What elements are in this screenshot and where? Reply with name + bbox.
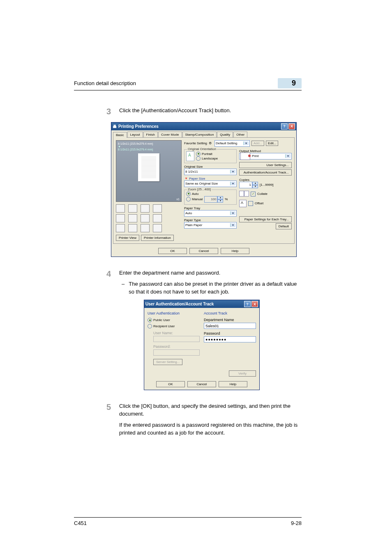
tab-finish[interactable]: Finish	[143, 132, 158, 137]
preview-icon-2[interactable]	[128, 204, 137, 213]
authentication-account-track-button[interactable]: Authentication/Account Track...	[239, 169, 292, 176]
orientation-icon	[186, 151, 194, 161]
verify-button[interactable]: Verify	[229, 370, 256, 377]
portrait-radio[interactable]: Portrait	[196, 152, 218, 156]
step5-p2: If the entered password is a password re…	[119, 421, 302, 437]
tab-other[interactable]: Other	[233, 132, 247, 137]
close-icon[interactable]: X	[288, 123, 295, 130]
server-setting-button[interactable]: Server Setting...	[153, 359, 182, 365]
landscape-radio[interactable]: Landscape	[196, 156, 218, 161]
footer-page: 9-28	[291, 520, 302, 526]
output-method-dropdown[interactable]: Print▾	[239, 153, 292, 160]
zoom-manual-radio[interactable]: Manual	[186, 197, 203, 201]
user-auth-heading: User Authentication	[148, 311, 200, 315]
favorite-dropdown[interactable]: Default Setting▾	[214, 140, 250, 147]
tab-stamp[interactable]: Stamp/Composition	[182, 132, 217, 137]
footer-model: C451	[74, 520, 87, 526]
step-number-5: 5	[74, 402, 119, 440]
tab-layout[interactable]: Layout	[127, 132, 143, 137]
preview-icon-8[interactable]	[153, 214, 162, 222]
orientation-group: Original Orientation	[187, 147, 217, 151]
preview-icon-4[interactable]	[153, 204, 162, 213]
offset-icon	[239, 200, 247, 207]
close-icon[interactable]: X	[251, 301, 258, 307]
cancel-button[interactable]: Cancel	[187, 381, 216, 387]
step4-bullet: The password can also be preset in the p…	[129, 280, 302, 296]
step5-p1: Click the [OK] button, and specify the d…	[119, 402, 302, 418]
preview-icon-6[interactable]	[128, 214, 137, 222]
printer-icon: 🖶	[113, 124, 117, 129]
tab-cover-mode[interactable]: Cover Mode	[158, 132, 182, 137]
collate-icon	[239, 191, 249, 197]
help-button[interactable]: Help	[221, 248, 249, 254]
chapter-number-badge: 9	[278, 78, 302, 88]
offset-checkbox[interactable]	[248, 201, 253, 206]
user-name-label: User Name:	[153, 331, 200, 335]
bullet-dash: –	[122, 280, 125, 296]
preview-icon-1[interactable]	[116, 204, 125, 213]
original-size-dropdown[interactable]: 8 1/2x11▾	[184, 169, 237, 175]
help-icon[interactable]: ?	[244, 301, 251, 307]
recipient-user-radio[interactable]: Recipient User	[148, 324, 200, 328]
preview-icon-11[interactable]	[141, 224, 150, 232]
user-auth-account-track-dialog: User Authentication/Account Track ? X Us…	[144, 300, 260, 390]
at-password-input[interactable]	[204, 336, 256, 342]
paper-type-label: Paper Type	[184, 218, 237, 222]
add-button[interactable]: Add...	[251, 141, 264, 146]
preview-icon-10[interactable]	[128, 224, 137, 232]
copies-spinner[interactable]: ▴▾	[239, 182, 258, 188]
ok-button[interactable]: OK	[158, 248, 187, 254]
help-button[interactable]: Help	[219, 381, 247, 387]
paper-size-label: 🔻 Paper Size	[184, 177, 237, 180]
user-name-input	[153, 336, 200, 342]
page-preview: 8 1/2x11 (215.9x279.4 mm) ▼ 8 1/2x11 (21…	[116, 140, 182, 202]
paper-settings-each-tray-button[interactable]: Paper Settings for Each Tray...	[239, 216, 292, 222]
paper-tray-dropdown[interactable]: Auto▾	[184, 210, 237, 217]
account-track-heading: Account Track	[204, 311, 256, 315]
zoom-spinner[interactable]: ▴▾	[204, 196, 223, 203]
original-size-label: Original Size	[184, 165, 237, 169]
dlg1-title: Printing Preferences	[118, 124, 159, 129]
tab-quality[interactable]: Quality	[217, 132, 233, 137]
user-settings-button[interactable]: User Settings...	[239, 162, 292, 168]
paper-tray-label: Paper Tray	[184, 206, 237, 210]
preview-icon-9[interactable]	[116, 224, 125, 232]
cancel-button[interactable]: Cancel	[189, 248, 218, 254]
printing-preferences-dialog: 🖶Printing Preferences ? X Basic Layout F…	[111, 122, 297, 257]
step-number-3: 3	[74, 107, 119, 118]
ua-password-label: Password:	[153, 345, 200, 349]
printer-information-button[interactable]: Printer Information	[141, 235, 174, 241]
department-name-input[interactable]	[204, 323, 256, 329]
paper-size-dropdown[interactable]: Same as Original Size▾	[184, 180, 237, 187]
default-button[interactable]: Default	[276, 223, 292, 229]
preview-icon-5[interactable]	[116, 214, 125, 222]
print-icon	[240, 153, 250, 160]
department-name-label: Department Name	[204, 318, 256, 322]
step4-text: Enter the department name and password.	[119, 269, 302, 277]
favorite-label: Favorite Setting	[184, 141, 207, 145]
step-number-4: 4	[74, 269, 119, 296]
ok-button[interactable]: OK	[156, 381, 185, 387]
edit-button[interactable]: Edit...	[266, 141, 278, 146]
dlg2-title: User Authentication/Account Track	[145, 302, 214, 306]
copies-label: Copies	[239, 178, 292, 182]
zoom-group: Zoom [25...400]	[187, 187, 212, 191]
preview-icon-12[interactable]	[153, 224, 162, 232]
collate-checkbox[interactable]: ✓	[251, 192, 256, 197]
paper-type-dropdown[interactable]: Plain Paper▾	[184, 222, 237, 229]
step3-text: Click the [Authentication/Account Track]…	[119, 107, 302, 115]
at-password-label: Password	[204, 331, 256, 335]
zoom-auto-radio[interactable]: Auto	[186, 192, 235, 196]
section-title: Function detail description	[74, 80, 136, 86]
printer-view-button[interactable]: Printer View	[116, 235, 139, 241]
help-icon[interactable]: ?	[281, 123, 288, 130]
tab-basic[interactable]: Basic	[113, 132, 127, 138]
gear-icon: ⚙	[209, 141, 213, 146]
preview-icon-7[interactable]	[141, 214, 150, 222]
preview-icon-3[interactable]	[141, 204, 150, 213]
public-user-radio[interactable]: Public User	[148, 318, 200, 322]
ua-password-input	[153, 349, 200, 356]
